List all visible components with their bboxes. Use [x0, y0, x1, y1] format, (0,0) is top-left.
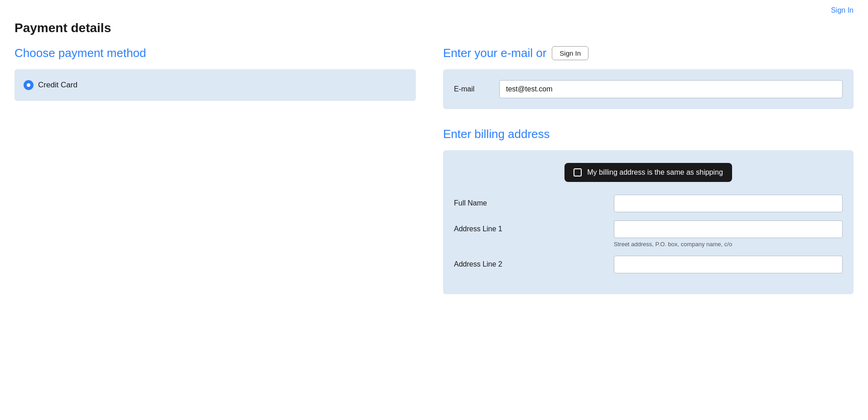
- credit-card-radio[interactable]: [24, 80, 34, 90]
- email-input[interactable]: [499, 80, 843, 98]
- credit-card-label: Credit Card: [38, 81, 77, 90]
- sign-in-button[interactable]: Sign In: [552, 46, 588, 60]
- radio-inner-dot: [27, 83, 30, 87]
- same-as-shipping-badge[interactable]: My billing address is the same as shippi…: [564, 163, 732, 182]
- address-line1-label: Address Line 1: [454, 220, 607, 233]
- address-line2-label: Address Line 2: [454, 256, 607, 268]
- same-as-shipping-label: My billing address is the same as shippi…: [587, 168, 723, 177]
- billing-section: Enter billing address My billing address…: [443, 127, 854, 294]
- page-title: Payment details: [0, 21, 868, 46]
- email-section-heading: Enter your e-mail or: [443, 46, 546, 60]
- full-name-wrapper: [614, 195, 843, 212]
- payment-section-heading: Choose payment method: [14, 46, 416, 60]
- address-line2-row: Address Line 2: [454, 256, 843, 273]
- left-panel: Choose payment method Credit Card: [14, 46, 434, 294]
- billing-section-heading: Enter billing address: [443, 127, 854, 141]
- credit-card-option[interactable]: Credit Card: [24, 80, 407, 90]
- main-content: Choose payment method Credit Card Enter …: [0, 46, 868, 294]
- top-sign-in-link[interactable]: Sign In: [831, 6, 854, 14]
- address-line1-wrapper: Street address, P.O. box, company name, …: [614, 220, 843, 248]
- address-line2-wrapper: [614, 256, 843, 273]
- full-name-label: Full Name: [454, 195, 607, 207]
- full-name-input[interactable]: [614, 195, 843, 212]
- address-line1-row: Address Line 1 Street address, P.O. box,…: [454, 220, 843, 248]
- address-line2-input[interactable]: [614, 256, 843, 273]
- full-name-row: Full Name: [454, 195, 843, 212]
- billing-area: My billing address is the same as shippi…: [443, 150, 854, 294]
- same-as-shipping-row: My billing address is the same as shippi…: [454, 163, 843, 182]
- email-label: E-mail: [454, 85, 490, 93]
- payment-methods-box: Credit Card: [14, 69, 416, 101]
- right-panel: Enter your e-mail or Sign In E-mail Ente…: [434, 46, 854, 294]
- email-box: E-mail: [443, 69, 854, 109]
- address-line1-input[interactable]: [614, 220, 843, 238]
- top-bar: Sign In: [0, 0, 868, 21]
- same-as-shipping-checkbox[interactable]: [574, 168, 582, 177]
- email-section-header: Enter your e-mail or Sign In: [443, 46, 854, 60]
- address-line1-hint: Street address, P.O. box, company name, …: [614, 241, 843, 248]
